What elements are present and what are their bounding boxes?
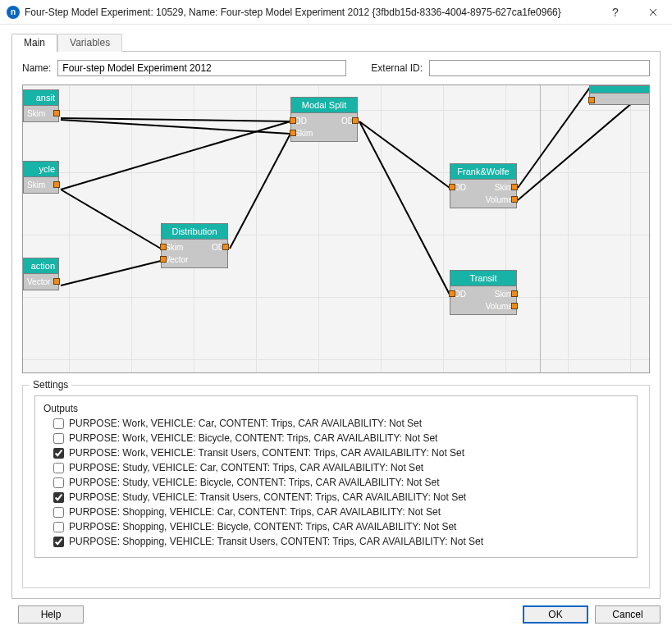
help-button[interactable]: Help [18,605,84,624]
node-frank-wolfe[interactable]: Frank&Wolfe OD Skim Volume [450,163,517,208]
node-action-partial[interactable]: action Vector [23,258,59,290]
node-modal-split-port-od-in: OD [295,116,307,126]
dialog-footer: Help OK Cancel [11,605,661,624]
node-distribution[interactable]: Distribution Skim OD Vector [161,223,228,268]
node-distribution-port-skim: Skim [165,243,183,252]
titlebar-help-button[interactable]: ? [597,0,634,24]
tab-variables[interactable]: Variables [57,34,122,52]
node-top-right-partial[interactable] [589,85,650,105]
node-modal-split-port-skim: Skim [295,129,313,138]
settings-group: Settings Outputs PURPOSE: Work, VEHICLE:… [22,385,650,588]
output-checkbox[interactable] [53,477,64,488]
window-titlebar: n Four-Step Model Experiment: 10529, Nam… [0,0,672,25]
node-modal-split-title: Modal Split [290,97,358,113]
node-frank-wolfe-port-od: OD [454,183,466,192]
node-frank-wolfe-port-skim: Skim [495,183,513,192]
output-row: PURPOSE: Work, VEHICLE: Bicycle, CONTENT… [43,431,629,445]
node-transit-port-skim: Skim [495,290,513,299]
node-transit-partial-title: ansit [23,89,59,106]
output-label: PURPOSE: Shopping, VEHICLE: Car, CONTENT… [69,506,441,518]
app-icon: n [7,6,20,19]
output-checkbox[interactable] [53,463,64,473]
tab-page-main: Name: External ID: [11,51,661,599]
node-distribution-port-vector: Vector [165,255,188,264]
output-row: PURPOSE: Shopping, VEHICLE: Bicycle, CON… [43,519,629,534]
cancel-button[interactable]: Cancel [595,605,661,624]
output-checkbox[interactable] [53,537,64,547]
node-transit-partial-port: Skim [27,109,45,118]
output-label: PURPOSE: Work, VEHICLE: Transit Users, C… [69,447,464,459]
node-distribution-title: Distribution [161,223,228,240]
output-label: PURPOSE: Study, VEHICLE: Transit Users, … [69,491,466,503]
output-label: PURPOSE: Shopping, VEHICLE: Bicycle, CON… [69,521,456,532]
output-row: PURPOSE: Study, VEHICLE: Car, CONTENT: T… [43,460,629,475]
output-label: PURPOSE: Shopping, VEHICLE: Transit User… [69,536,483,547]
graph-canvas[interactable]: ansit Skim ycle Skim action Vector [22,85,650,373]
output-label: PURPOSE: Study, VEHICLE: Car, CONTENT: T… [69,462,423,473]
output-checkbox[interactable] [53,492,64,503]
node-top-right-partial-head [589,85,650,94]
output-label: PURPOSE: Study, VEHICLE: Bicycle, CONTEN… [69,477,439,488]
output-row: PURPOSE: Study, VEHICLE: Bicycle, CONTEN… [43,475,629,490]
name-row: Name: External ID: [22,60,650,76]
outputs-list: PURPOSE: Work, VEHICLE: Car, CONTENT: Tr… [43,416,629,549]
node-modal-split[interactable]: Modal Split OD OD Skim [290,97,358,142]
node-action-partial-title: action [23,258,59,274]
external-id-label: External ID: [371,62,423,74]
tab-main[interactable]: Main [11,34,57,52]
external-id-input[interactable] [429,60,650,76]
output-label: PURPOSE: Work, VEHICLE: Bicycle, CONTENT… [69,432,437,444]
name-input[interactable] [57,60,346,76]
outputs-legend: Outputs [43,403,629,414]
output-row: PURPOSE: Shopping, VEHICLE: Transit User… [43,534,629,549]
output-row: PURPOSE: Work, VEHICLE: Transit Users, C… [43,445,629,460]
titlebar-close-button[interactable] [634,0,672,24]
tab-strip: Main Variables [11,33,661,51]
outputs-group: Outputs PURPOSE: Work, VEHICLE: Car, CON… [34,395,638,558]
output-row: PURPOSE: Work, VEHICLE: Car, CONTENT: Tr… [43,416,629,431]
node-bicycle-partial-title: ycle [23,161,59,177]
output-label: PURPOSE: Work, VEHICLE: Car, CONTENT: Tr… [69,418,422,429]
output-checkbox[interactable] [53,448,64,459]
node-transit-partial[interactable]: ansit Skim [23,89,59,122]
output-checkbox[interactable] [53,522,64,532]
node-bicycle-partial[interactable]: ycle Skim [23,161,59,194]
output-checkbox[interactable] [53,507,64,518]
node-transit-port-od: OD [454,290,466,299]
output-checkbox[interactable] [53,433,64,444]
node-bicycle-partial-port: Skim [27,180,45,190]
ok-button[interactable]: OK [523,605,588,624]
settings-legend: Settings [30,379,71,391]
node-transit-port-volume: Volume [486,302,513,311]
node-action-partial-port: Vector [27,277,50,286]
window-title: Four-Step Model Experiment: 10529, Name:… [25,7,597,18]
name-label: Name: [22,62,51,74]
node-frank-wolfe-title: Frank&Wolfe [450,163,517,180]
node-transit[interactable]: Transit OD Skim Volume [450,270,517,315]
node-transit-title: Transit [450,270,517,286]
output-checkbox[interactable] [53,418,64,429]
output-row: PURPOSE: Shopping, VEHICLE: Car, CONTENT… [43,505,629,519]
output-row: PURPOSE: Study, VEHICLE: Transit Users, … [43,490,629,505]
node-frank-wolfe-port-volume: Volume [486,195,513,204]
